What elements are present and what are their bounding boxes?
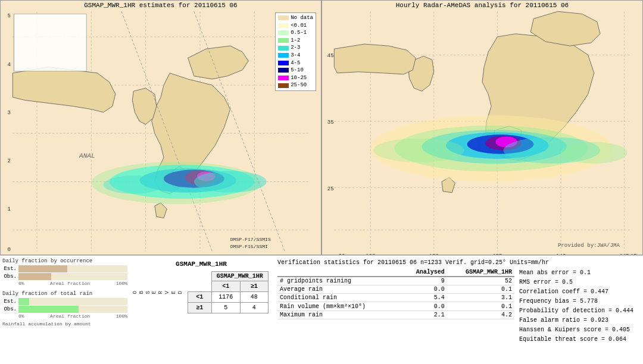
cont-cell21: 5 <box>211 303 240 313</box>
svg-text:25: 25 <box>327 186 334 192</box>
svg-text:140: 140 <box>556 253 566 255</box>
verif-row-2: Conditional rain 5.4 3.1 <box>277 294 514 302</box>
svg-text:2: 2 <box>7 158 10 164</box>
svg-text:5: 5 <box>7 12 10 19</box>
verif-header-row: Analysed GSMAP_MWR_1HR <box>277 268 514 277</box>
bar-container-obs1 <box>18 273 127 280</box>
stat-6: Hanssen & Kuipers score = 0.405 <box>519 325 638 335</box>
svg-text:20: 20 <box>338 253 345 255</box>
svg-text:45: 45 <box>327 52 334 59</box>
verif-label-0: # gridpoints raining <box>277 277 403 285</box>
stat-7: Equitable threat score = 0.064 <box>519 335 638 344</box>
obs-vertical-label: OBSERVED <box>132 291 183 294</box>
chart2-title: Daily fraction of total rain <box>2 291 127 297</box>
verif-table-container: Analysed GSMAP_MWR_1HR # gridpoints rain… <box>277 268 514 344</box>
left-map-title: GSMAP_MWR_1HR estimates for 20110615 06 <box>1 2 321 9</box>
cont-row1: <1 <box>188 292 211 303</box>
legend-1-2: 1-2 <box>278 37 313 45</box>
bar-fill-est2 <box>18 298 29 305</box>
chart1-title: Daily fraction by occurrence <box>2 258 127 264</box>
legend-5-10: 5-10 <box>278 67 313 74</box>
bar-row-est2: Est. <box>2 298 127 305</box>
right-map-panel: Hourly Radar-AMeDAS analysis for 2011061… <box>322 0 643 255</box>
verif-row-1: Average rain 0.0 0.1 <box>277 285 514 294</box>
bar-fill-est1 <box>18 265 67 272</box>
verif-col-analysed: Analysed <box>403 268 447 277</box>
stat-1: RMS error = 0.5 <box>519 278 638 287</box>
verif-val2-0: 52 <box>447 277 514 285</box>
svg-text:135: 135 <box>492 253 502 255</box>
verif-val2-4: 4.2 <box>447 311 514 319</box>
main-container: GSMAP_MWR_1HR estimates for 20110615 06 <box>0 0 643 364</box>
verif-val2-3: 0.1 <box>447 302 514 311</box>
verif-table: Analysed GSMAP_MWR_1HR # gridpoints rain… <box>277 268 514 319</box>
verif-col-gsmap: GSMAP_MWR_1HR <box>447 268 514 277</box>
bar-container-est1 <box>18 265 127 272</box>
svg-rect-27 <box>14 14 86 71</box>
verif-label-2: Conditional rain <box>277 294 403 302</box>
bar-axis-2: 0% Areal fraction 100% <box>2 313 127 319</box>
legend-3-4: 3-4 <box>278 52 313 59</box>
bar-label-est2: Est. <box>2 299 17 305</box>
verif-label-1: Average rain <box>277 285 403 294</box>
cont-cell22: 4 <box>240 303 268 313</box>
verif-val1-4: 2.1 <box>403 311 447 319</box>
legend-2-3: 2-3 <box>278 44 313 52</box>
bar-axis-1: 0% Areal fraction 100% <box>2 281 127 286</box>
verif-panel: Verification statistics for 20110615 06 … <box>275 258 641 362</box>
bar-fill-obs2 <box>18 306 79 313</box>
svg-text:3: 3 <box>7 109 10 116</box>
svg-point-25 <box>194 171 267 193</box>
bar-container-est2 <box>18 298 127 305</box>
verif-val2-1: 0.1 <box>447 285 514 294</box>
bar-label-obs2: Obs. <box>2 306 17 312</box>
verif-val1-2: 5.4 <box>403 294 447 302</box>
bar-row-obs1: Obs. <box>2 273 127 280</box>
stat-5: False alarm ratio = 0.923 <box>519 316 638 325</box>
verif-row-0: # gridpoints raining 9 52 <box>277 277 514 285</box>
svg-text:125: 125 <box>366 253 375 255</box>
cont-cell11: 1176 <box>211 292 240 303</box>
contingency-panel: GSMAP_MWR_1HR OBSERVED GSMAP_MWR_1HR <box>130 258 273 362</box>
verif-row-3: Rain volume (mm×km²×10⁶) 0.0 0.1 <box>277 302 514 311</box>
legend-0.01: <0.01 <box>278 22 313 30</box>
stat-3: Frequency bias = 5.778 <box>519 297 638 306</box>
stat-0: Mean abs error = 0.1 <box>519 268 638 278</box>
chart-section-2: Daily fraction of total rain Est. Obs. 0… <box>2 291 127 319</box>
stat-4: Probability of detection = 0.444 <box>519 306 638 316</box>
right-map-title: Hourly Radar-AMeDAS analysis for 2011061… <box>322 2 642 9</box>
svg-text:130: 130 <box>429 253 439 255</box>
cont-row2: ≥1 <box>188 303 211 313</box>
svg-text:0: 0 <box>7 246 10 253</box>
cont-cell12: 48 <box>240 292 268 303</box>
left-map-panel: GSMAP_MWR_1HR estimates for 20110615 06 <box>0 0 322 255</box>
svg-text:DMSP-F17/SSMIS: DMSP-F17/SSMIS <box>230 237 271 242</box>
verif-col-label <box>277 268 403 277</box>
svg-text:ANAL: ANAL <box>79 152 95 159</box>
svg-point-64 <box>373 138 464 162</box>
verif-row-4: Maximum rain 2.1 4.2 <box>277 311 514 319</box>
svg-text:4: 4 <box>7 61 11 68</box>
maps-row: GSMAP_MWR_1HR estimates for 20110615 06 <box>0 0 643 256</box>
svg-text:15: 15 <box>630 253 637 255</box>
bar-container-obs2 <box>18 306 127 313</box>
svg-text:35: 35 <box>327 119 334 125</box>
legend-4-5: 4-5 <box>278 59 313 67</box>
legend-no-data: No data <box>278 14 313 22</box>
svg-text:1: 1 <box>7 206 11 212</box>
rainfall-note: Rainfall accumulation by amount <box>2 321 127 327</box>
svg-text:DMSP-F15/SSMI: DMSP-F15/SSMI <box>230 244 268 249</box>
verif-columns: Analysed GSMAP_MWR_1HR # gridpoints rain… <box>277 268 638 344</box>
legend-25-50: 25-50 <box>278 81 313 89</box>
verif-val1-0: 9 <box>403 277 447 285</box>
bar-label-obs1: Obs. <box>2 274 17 280</box>
bar-row-obs2: Obs. <box>2 306 127 313</box>
bar-label-est1: Est. <box>2 266 17 272</box>
verif-label-3: Rain volume (mm×km²×10⁶) <box>277 302 403 311</box>
cont-col-header: GSMAP_MWR_1HR <box>211 272 268 281</box>
contingency-title: GSMAP_MWR_1HR <box>132 261 270 268</box>
left-map-svg: 5 4 3 2 1 0 ANAL DMSP-F17/SSMIS DMSP-F15… <box>1 1 321 255</box>
verif-val1-1: 0.0 <box>403 285 447 294</box>
verif-stats-right: Mean abs error = 0.1 RMS error = 0.5 Cor… <box>519 268 638 344</box>
svg-point-63 <box>561 142 628 164</box>
